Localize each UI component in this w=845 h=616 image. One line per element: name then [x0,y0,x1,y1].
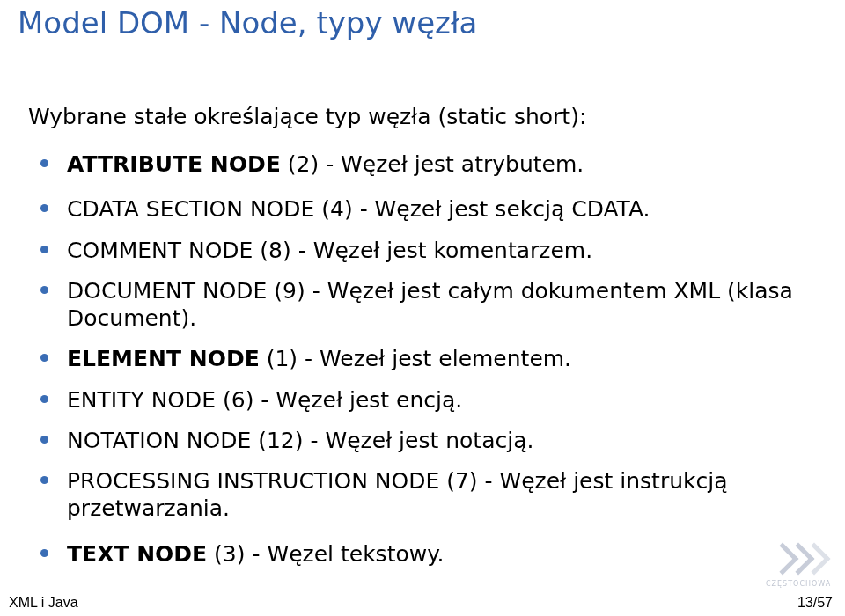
item-bold: ATTRIBUTE NODE [67,151,281,177]
bullet-icon [40,354,48,362]
bullet-icon [40,395,48,403]
list-item: TEXT NODE (3) - Węzel tekstowy. [67,540,817,568]
bullet-list: ATTRIBUTE NODE (2) - Węzeł jest atrybute… [0,150,845,568]
item-text: NOTATION NODE (12) - Węzeł jest notacją. [67,428,533,453]
list-item: ELEMENT NODE (1) - Wezeł jest elementem. [67,345,817,372]
item-rest: (1) - Wezeł jest elementem. [260,346,571,371]
footer-right: 13/57 [797,595,833,611]
list-item: ATTRIBUTE NODE (2) - Węzeł jest atrybute… [67,150,817,178]
bullet-icon [40,549,48,557]
item-text: CDATA SECTION NODE (4) - Węzeł jest sekc… [67,196,650,222]
item-text: PROCESSING INSTRUCTION NODE (7) - Węzeł … [67,468,728,521]
bullet-icon [40,246,48,253]
item-rest: (3) - Węzel tekstowy. [207,541,444,567]
item-text: ENTITY NODE (6) - Węzeł jest encją. [67,387,462,413]
institution-logo: CZĘSTOCHOWA [766,539,824,586]
list-item: COMMENT NODE (8) - Węzeł jest komentarze… [67,237,817,264]
list-item: DOCUMENT NODE (9) - Węzeł jest całym dok… [67,277,817,333]
list-item: PROCESSING INSTRUCTION NODE (7) - Węzeł … [67,467,817,523]
item-text: COMMENT NODE (8) - Węzeł jest komentarze… [67,238,592,263]
item-bold: TEXT NODE [67,541,207,567]
item-bold: ELEMENT NODE [67,346,260,371]
bullet-icon [40,476,48,484]
bullet-icon [40,204,48,212]
logo-caption: CZĘSTOCHOWA [766,580,824,588]
list-item: NOTATION NODE (12) - Węzeł jest notacją. [67,427,817,454]
item-text: DOCUMENT NODE (9) - Węzeł jest całym dok… [67,278,793,331]
list-item: ENTITY NODE (6) - Węzeł jest encją. [67,386,817,414]
bullet-icon [40,159,48,167]
bullet-icon [40,436,48,444]
item-rest: (2) - Węzeł jest atrybutem. [281,151,584,177]
slide-subtitle: Wybrane stałe określające typ węzła (sta… [0,40,845,150]
slide-title: Model DOM - Node, typy węzła [0,0,845,40]
footer-left: XML i Java [9,595,78,611]
list-item: CDATA SECTION NODE (4) - Węzeł jest sekc… [67,195,817,223]
bullet-icon [40,286,48,294]
